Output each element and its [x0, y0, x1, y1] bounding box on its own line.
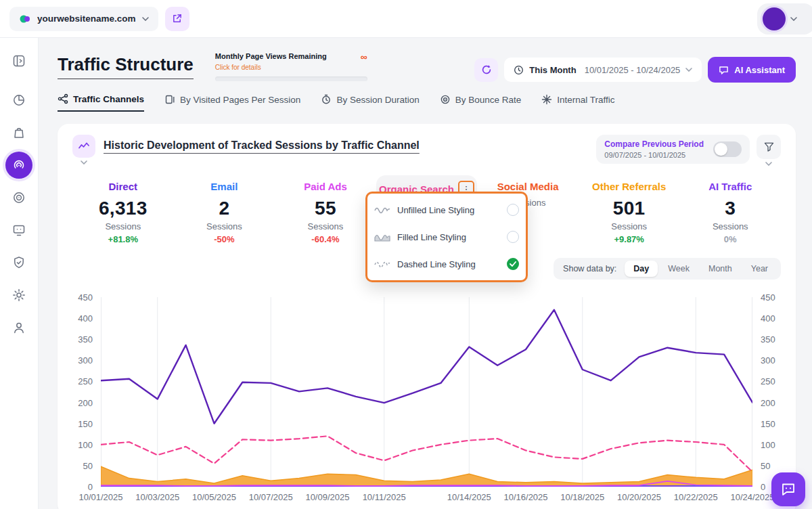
channel-change: +81.8%	[75, 234, 171, 244]
channel-sessions-label: Sessions	[177, 221, 273, 231]
orders-icon[interactable]	[5, 119, 32, 146]
quota-details-link[interactable]: Click for details	[215, 64, 261, 71]
filter-button[interactable]	[757, 135, 781, 159]
menu-item-label: Dashed Line Styling	[397, 259, 500, 269]
collapse-sidebar-icon[interactable]	[5, 47, 32, 74]
quota-label: Monthly Page Views Remaining	[215, 52, 327, 60]
tab-internal-traffic[interactable]: Internal Traffic	[541, 94, 614, 111]
bounce-icon	[440, 94, 451, 105]
channel-change: +9.87%	[581, 234, 677, 244]
report-tabs: Traffic Channels By Visited Pages Per Se…	[58, 93, 796, 112]
granularity-month[interactable]: Month	[700, 261, 741, 277]
channel-paid-ads[interactable]: Paid Ads 55 Sessions -60.4%	[275, 175, 376, 251]
channel-change: -50%	[177, 234, 273, 244]
x-axis: 10/01/202510/03/202510/05/202510/07/2025…	[101, 492, 752, 504]
line-styling-menu: Unfilled Line Styling Filled Line Stylin…	[365, 192, 528, 282]
channel-change: 0%	[682, 234, 778, 244]
show-data-by-label: Show data by:	[563, 264, 616, 273]
menu-item-unfilled[interactable]: Unfilled Line Styling	[374, 196, 519, 223]
period-range: 10/01/2025 - 10/24/2025	[585, 65, 681, 75]
channel-value: 6,313	[75, 198, 171, 219]
ai-assistant-label: AI Assistant	[734, 65, 785, 75]
account-menu[interactable]	[757, 3, 812, 35]
granularity-year[interactable]: Year	[742, 261, 777, 277]
compare-toggle[interactable]	[713, 141, 742, 157]
compare-label[interactable]: Compare Previous Period	[604, 139, 704, 149]
tab-visited-pages[interactable]: By Visited Pages Per Session	[164, 94, 300, 111]
settings-icon[interactable]	[5, 282, 32, 309]
chevron-down-icon	[790, 17, 797, 21]
traffic-icon[interactable]	[5, 152, 32, 179]
channel-value: 55	[277, 198, 374, 219]
chevron-down-icon	[142, 17, 149, 21]
channel-value: 3	[682, 198, 778, 219]
channel-name: Direct	[109, 181, 138, 192]
card-title: Historic Development of Tracked Sessions…	[104, 139, 420, 152]
duration-icon	[321, 94, 332, 105]
website-logo-icon	[19, 13, 31, 25]
quota-progress-bar	[215, 76, 367, 81]
date-range-selector[interactable]: This Month 10/01/2025 - 10/24/2025	[504, 58, 702, 82]
compare-previous-period: Compare Previous Period 09/07/2025 - 10/…	[596, 135, 750, 164]
channel-ai-traffic[interactable]: AI Traffic 3 Sessions 0%	[679, 175, 781, 251]
chart-card-icon	[72, 135, 95, 158]
external-link-icon	[172, 14, 182, 24]
y-axis-left: 050100150200250300350400450	[72, 297, 101, 487]
tab-label: By Bounce Rate	[455, 95, 522, 105]
channel-other-referrals[interactable]: Other Referrals 501 Sessions +9.87%	[579, 175, 680, 251]
granularity-week[interactable]: Week	[659, 261, 698, 277]
channel-change: -60.4%	[277, 234, 374, 244]
menu-item-label: Unfilled Line Styling	[397, 205, 500, 215]
chevron-down-icon	[685, 68, 692, 72]
channel-email[interactable]: Email 2 Sessions -50%	[174, 175, 275, 251]
security-icon[interactable]	[5, 249, 32, 276]
refresh-icon	[481, 64, 492, 75]
tab-traffic-channels[interactable]: Traffic Channels	[58, 93, 144, 112]
chart-plot-area[interactable]	[101, 297, 752, 487]
sidebar	[0, 38, 39, 509]
period-label: This Month	[529, 65, 576, 75]
filled-line-icon	[374, 232, 390, 242]
show-data-by-control: Show data by: Day Week Month Year	[554, 258, 781, 280]
topbar: yourwebsitename.com	[0, 0, 812, 38]
collapse-chart-icon[interactable]	[81, 160, 87, 164]
account-settings-icon[interactable]	[5, 314, 32, 341]
channel-value: 2	[177, 198, 273, 219]
refresh-button[interactable]	[474, 58, 498, 82]
page-views-quota: Monthly Page Views Remaining Click for d…	[215, 52, 367, 81]
tab-bounce-rate[interactable]: By Bounce Rate	[440, 94, 522, 111]
compare-range: 09/07/2025 - 10/01/2025	[604, 151, 704, 159]
channel-sessions-label: Sessions	[581, 221, 677, 231]
monitor-icon[interactable]	[5, 217, 32, 244]
channel-value: 501	[581, 198, 677, 219]
quota-value: ∞	[361, 52, 367, 62]
ai-assistant-button[interactable]: AI Assistant	[708, 57, 796, 83]
menu-item-label: Filled Line Styling	[397, 232, 500, 242]
clock-icon	[514, 65, 524, 75]
tab-label: Internal Traffic	[557, 95, 614, 105]
filter-icon	[764, 142, 774, 152]
channel-name: Other Referrals	[592, 181, 666, 192]
channels-icon	[58, 93, 68, 104]
radio-unchecked[interactable]	[507, 204, 519, 216]
radio-checked[interactable]	[507, 258, 519, 270]
chat-fab-button[interactable]	[771, 472, 805, 506]
goals-icon[interactable]	[5, 184, 32, 211]
open-website-button[interactable]	[165, 7, 189, 31]
y-axis-right: 050100150200250300350400450	[752, 297, 781, 487]
main-content: Traffic Structure Monthly Page Views Rem…	[39, 38, 812, 509]
tab-label: Traffic Channels	[73, 94, 144, 104]
chevron-down-icon[interactable]	[765, 162, 772, 166]
channel-name: Paid Ads	[304, 181, 347, 192]
analytics-icon[interactable]	[5, 87, 32, 114]
menu-item-dashed[interactable]: Dashed Line Styling	[374, 250, 519, 278]
menu-item-filled[interactable]: Filled Line Styling	[374, 223, 519, 250]
radio-unchecked[interactable]	[507, 231, 519, 243]
tab-session-duration[interactable]: By Session Duration	[321, 94, 419, 111]
website-name: yourwebsitename.com	[37, 14, 136, 24]
unfilled-line-icon	[374, 205, 390, 215]
page-title: Traffic Structure	[58, 54, 194, 79]
website-selector[interactable]: yourwebsitename.com	[9, 7, 158, 31]
granularity-day[interactable]: Day	[625, 261, 658, 277]
channel-direct[interactable]: Direct 6,313 Sessions +81.8%	[72, 175, 174, 251]
